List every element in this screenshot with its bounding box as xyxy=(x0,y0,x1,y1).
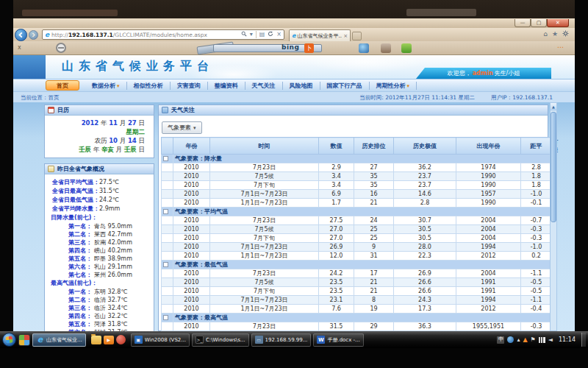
table-row[interactable]: 20101月1日~7月23日12.03122.320120.21.6 xyxy=(162,252,552,261)
autocomplete-dropdown-icon[interactable]: ▾ xyxy=(250,32,253,38)
taskbar-window-button[interactable]: W手册.docx -... xyxy=(313,333,363,347)
taskbar-window-button[interactable]: >_C:\Windows\s... xyxy=(192,333,249,347)
user-ip-label: 用户IP：192.168.137.1 xyxy=(491,94,553,102)
table-row[interactable]: 20107月23日24.21726.92004-1.11.8 xyxy=(162,269,552,278)
bing-search-button[interactable]: 卜 xyxy=(304,43,314,53)
taskbar-window-label: 山东省气候业... xyxy=(46,336,82,344)
addon-close-icon[interactable]: x xyxy=(18,44,21,51)
table-cell: -0.7 xyxy=(521,216,552,225)
table-row[interactable]: 20107月23日2.92736.219742.87.6 xyxy=(162,163,552,172)
tools-gear-icon[interactable] xyxy=(562,30,569,38)
plugin-icon[interactable] xyxy=(401,43,412,53)
column-header: 历史排位 xyxy=(354,138,394,155)
maximize-button[interactable]: ▢ xyxy=(531,19,547,27)
favorites-icon[interactable]: ★ xyxy=(552,31,558,38)
stop-icon[interactable]: × xyxy=(276,32,282,38)
taskbar-clock[interactable]: 11:14 xyxy=(559,336,576,343)
table-row[interactable]: 20107月1日~7月23日6.91614.61957-1.02.3 xyxy=(162,190,552,199)
table-cell: 27.0 xyxy=(319,225,354,234)
table-cell: 24.3 xyxy=(394,296,456,305)
desktop-top-strip xyxy=(0,0,588,18)
pinned-app-icon[interactable] xyxy=(18,334,30,346)
cmd-icon: >_ xyxy=(196,336,204,344)
camera-icon[interactable] xyxy=(359,43,369,53)
table-cell: 21 xyxy=(354,278,394,287)
close-button[interactable]: ✕ xyxy=(547,19,569,27)
action-center-flag-icon[interactable]: ⚑ xyxy=(531,337,536,343)
taskbar-window-button[interactable]: ▭192.168.59.99... xyxy=(251,333,312,347)
taskbar-window-button[interactable]: ▣Win2008 (VS2... xyxy=(131,333,190,347)
nav-item-4[interactable]: 灾害查询 xyxy=(171,82,208,90)
back-button[interactable] xyxy=(15,29,27,41)
nav-item-2[interactable]: 数据分析▾ xyxy=(85,82,127,90)
table-row[interactable]: 20107月5候27.02530.52004-0.31.6 xyxy=(162,225,552,234)
table-cell: 0.2 xyxy=(521,252,552,261)
ime-icon[interactable] xyxy=(507,336,514,343)
new-tab-button[interactable] xyxy=(352,32,362,40)
nav-item-8[interactable]: 国家下行产品 xyxy=(320,82,370,90)
site-header: 山东省气候业务平台 欢迎您，admin 先生/小姐 xyxy=(13,55,575,79)
table-row[interactable]: 20107月5候23.52126.61991-0.51.6 xyxy=(162,278,552,287)
table-row[interactable]: 20101月1日~7月23日7.61917.32012-0.41.6 xyxy=(162,305,552,314)
folder-icon[interactable] xyxy=(91,336,101,344)
group-checkbox[interactable] xyxy=(163,262,168,267)
player-app-icon[interactable] xyxy=(116,335,126,344)
table-row[interactable]: 20107月下旬3.43523.719901.84.8 xyxy=(162,181,552,190)
weather-rank-row: 第五名：菏泽 31.8℃ xyxy=(46,320,152,328)
group-checkbox[interactable] xyxy=(163,156,168,161)
table-cell: -0.3 xyxy=(521,234,552,243)
address-bar[interactable]: e http://192.168.137.1/GLCCLIMATE/module… xyxy=(42,29,284,40)
table-cell: 3.4 xyxy=(319,181,354,190)
table-row[interactable]: 20107月5候3.43523.719901.84.8 xyxy=(162,172,552,181)
table-row[interactable]: 20107月下旬23.52126.61991-0.51.6 xyxy=(162,287,552,296)
start-button[interactable] xyxy=(2,333,16,347)
minimize-button[interactable]: — xyxy=(514,19,531,27)
browser-tab[interactable]: e 山东省气候业务平... × xyxy=(289,29,351,41)
flame-app-icon[interactable]: ▲ xyxy=(523,337,527,343)
pet-icon[interactable] xyxy=(381,43,391,53)
table-group-row: 气象要素：降水量 xyxy=(162,155,552,163)
table-row[interactable]: 20107月1日~7月23日23.1824.31994-1.11.0 xyxy=(162,296,552,305)
nav-item-5[interactable]: 整编资料 xyxy=(208,82,245,90)
table-cell: -0.3 xyxy=(521,225,552,234)
left-black-strip xyxy=(0,0,13,368)
table-row[interactable]: 20107月23日31.52936.31955,1951-0.32.5 xyxy=(162,322,552,331)
page-scrollbar[interactable]: ▲ xyxy=(550,102,557,331)
weather-summary-line: 全省日最高气温：31.5℃ xyxy=(46,187,152,196)
table-row[interactable]: 20107月23日27.52430.72004-0.72.0 xyxy=(162,216,552,225)
table-cell: 6.9 xyxy=(319,190,354,199)
table-row[interactable]: 20107月1日~7月23日26.9928.01994-1.01.0 xyxy=(162,243,552,252)
nav-item-3[interactable]: 相似性分析 xyxy=(127,82,171,90)
language-indicator-icon[interactable]: 中 xyxy=(497,336,504,344)
home-icon[interactable]: ⌂ xyxy=(543,31,548,38)
taskbar-window-button[interactable]: e山东省气候业... xyxy=(32,333,86,347)
hidden-icons-arrow[interactable]: ▴ xyxy=(517,337,520,343)
table-group-row: 气象要素：最低气温 xyxy=(162,261,552,269)
table-row[interactable]: 20101月1日~7月23日1.7212.81990-0.10.4 xyxy=(162,199,552,208)
scroll-up-icon[interactable]: ▲ xyxy=(551,103,556,110)
scrollbar-thumb[interactable] xyxy=(551,112,556,222)
group-checkbox[interactable] xyxy=(163,315,168,320)
table-cell: 9 xyxy=(354,243,394,252)
addon-stop-icon[interactable] xyxy=(56,43,66,53)
table-cell: 1991 xyxy=(456,287,521,296)
table-cell: 2010 xyxy=(173,287,210,296)
tab-close-icon[interactable]: × xyxy=(343,33,348,39)
element-filter-button[interactable]: 气象要素 ▾ xyxy=(162,121,202,134)
nav-item-7[interactable]: 风险地图 xyxy=(283,82,320,90)
refresh-icon[interactable] xyxy=(268,31,273,38)
search-icon[interactable] xyxy=(241,31,247,38)
more-options-icon[interactable]: ⋯ xyxy=(557,43,564,51)
volume-icon[interactable]: ◄ xyxy=(548,337,553,343)
network-icon[interactable] xyxy=(539,337,545,343)
media-app-icon[interactable]: ▶ xyxy=(104,336,114,344)
compatibility-view-icon[interactable]: ▤ xyxy=(259,32,265,38)
group-checkbox[interactable] xyxy=(163,209,168,214)
nav-item-1[interactable]: 首页 xyxy=(46,80,79,91)
nav-item-9[interactable]: 周期性分析▾ xyxy=(370,82,417,90)
table-row[interactable]: 20107月下旬27.02530.52004-0.31.6 xyxy=(162,234,552,243)
table-cell: 7月1日~7月23日 xyxy=(210,243,319,252)
nav-item-6[interactable]: 天气关注 xyxy=(245,82,283,90)
forward-button[interactable] xyxy=(29,30,38,40)
show-desktop-button[interactable] xyxy=(581,333,586,347)
